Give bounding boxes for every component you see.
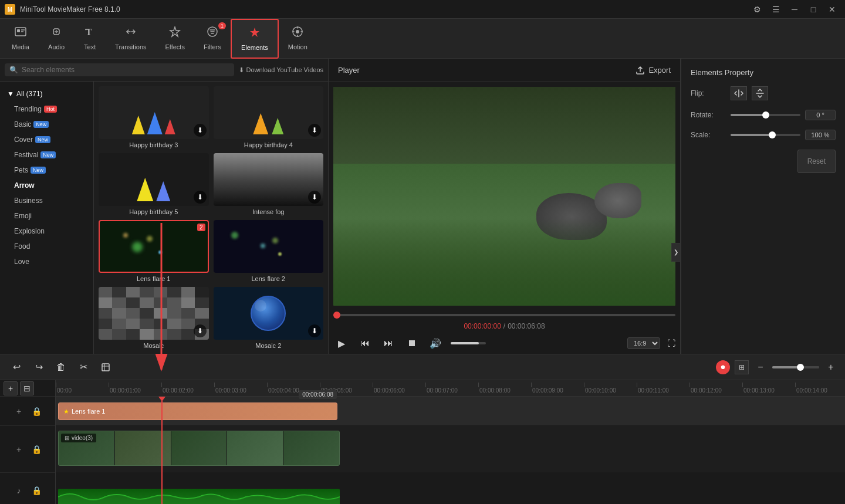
settings-btn[interactable]: ⚙	[749, 2, 765, 16]
toolbar-item-motion[interactable]: Motion	[279, 19, 317, 59]
sidebar-item-explosion[interactable]: Explosion	[0, 224, 93, 239]
download-youtube-btn[interactable]: ⬇ Download YouTube Videos	[239, 66, 324, 74]
element-card-lens-flare2[interactable]: Lens flare 2	[214, 220, 324, 282]
fullscreen-button[interactable]: ⛶	[667, 339, 675, 348]
export-button[interactable]: Export	[636, 66, 671, 75]
properties-panel: Elements Property Flip:	[681, 59, 845, 354]
download-icon-b5: ⬇	[194, 191, 207, 204]
ruler-mark-2: 00:00:02:00	[161, 387, 214, 394]
ruler-mark-11: 00:00:11:00	[637, 387, 689, 394]
element-card-happy-b5[interactable]: ⬇ Happy birthday 5	[99, 153, 209, 215]
download-icon-b4: ⬇	[308, 124, 321, 137]
volume-fill	[451, 342, 479, 344]
zoom-slider[interactable]	[772, 366, 819, 368]
toolbar-item-media[interactable]: Media	[2, 19, 39, 59]
flip-horizontal-button[interactable]	[731, 86, 747, 100]
search-input[interactable]	[22, 66, 229, 74]
flip-vertical-button[interactable]	[752, 86, 768, 100]
element-label-happy-b5: Happy birthday 5	[129, 208, 178, 215]
play-button[interactable]: ▶	[333, 335, 350, 351]
search-box[interactable]: 🔍	[5, 63, 234, 76]
category-sidebar: ▼ All (371) Trending Hot Basic New Cover…	[0, 82, 94, 354]
progress-bar[interactable]	[333, 314, 675, 316]
cut-button[interactable]: ✂	[74, 358, 93, 377]
toolbar-item-audio[interactable]: Audio	[39, 19, 74, 59]
zoom-in-button[interactable]: +	[824, 360, 838, 374]
category-all[interactable]: ▼ All (371)	[0, 86, 93, 102]
toolbar-item-effects[interactable]: Effects	[156, 19, 194, 59]
scale-control: 100 %	[731, 130, 836, 140]
trending-badge: Hot	[44, 106, 57, 113]
toolbar-item-text[interactable]: T Text	[74, 19, 106, 59]
svg-rect-13	[102, 364, 109, 371]
element-thumb-happy-b3: ⬇	[99, 86, 209, 139]
main-track-add-button[interactable]: +	[12, 442, 26, 456]
element-card-happy-b4[interactable]: ⬇ Happy birthday 4	[214, 86, 324, 148]
scale-slider[interactable]	[731, 134, 800, 136]
elements-label: Elements	[241, 44, 268, 51]
aspect-ratio-select[interactable]: 16:9 9:16 4:3 1:1	[627, 337, 660, 349]
ruler-marks: 00:00 00:00:01:00 00:00:02:00 00:00:03:0…	[56, 387, 845, 394]
time-separator: /	[503, 322, 505, 330]
basic-badge: New	[33, 121, 49, 128]
crop-button[interactable]	[96, 358, 115, 377]
delete-button[interactable]: 🗑	[52, 358, 70, 377]
element-track-add-button[interactable]: +	[12, 404, 26, 418]
element-clip-label: Lens flare 1	[72, 408, 105, 415]
minimize-btn[interactable]: ─	[786, 2, 803, 16]
sidebar-item-trending[interactable]: Trending Hot	[0, 102, 93, 117]
zoom-out-button[interactable]: −	[753, 360, 768, 374]
panel-collapse-button[interactable]: ❯	[671, 243, 681, 262]
media-label: Media	[12, 43, 29, 50]
volume-button[interactable]: 🔊	[427, 335, 444, 351]
sidebar-item-basic[interactable]: Basic New	[0, 117, 93, 132]
sidebar-item-arrow[interactable]: Arrow	[0, 178, 93, 193]
stop-button[interactable]: ⏹	[404, 335, 420, 351]
copy-track-button[interactable]: ⊟	[20, 381, 34, 395]
sidebar-item-food[interactable]: Food	[0, 239, 93, 254]
menu-btn[interactable]: ☰	[768, 2, 784, 16]
audio-icon	[50, 25, 63, 41]
sidebar-item-business[interactable]: Business	[0, 193, 93, 208]
sidebar-item-pets[interactable]: Pets New	[0, 163, 93, 178]
element-card-mosaic[interactable]: ⬇ Mosaic	[99, 287, 209, 349]
flip-control	[731, 86, 836, 100]
close-btn[interactable]: ✕	[824, 2, 840, 16]
arrow-label: Arrow	[14, 181, 35, 190]
motion-icon	[291, 25, 304, 41]
redo-button[interactable]: ↪	[29, 358, 48, 377]
forward-button[interactable]: ⏭	[380, 335, 397, 351]
main-track-lock-button[interactable]: 🔒	[29, 442, 43, 456]
text-label: Text	[84, 43, 96, 50]
reset-button[interactable]: Reset	[797, 150, 836, 173]
add-element-track-button[interactable]: +	[4, 381, 18, 395]
element-card-happy-b3[interactable]: ⬇ Happy birthday 3	[99, 86, 209, 148]
top-section: 🔍 ⬇ Download YouTube Videos ▼ All (371)	[0, 59, 845, 354]
sidebar-item-emoji[interactable]: Emoji	[0, 208, 93, 224]
element-card-intense-fog[interactable]: ⬇ Intense fog	[214, 153, 324, 215]
rotate-slider[interactable]	[731, 114, 800, 116]
element-clip-lens-flare1[interactable]: ★ Lens flare 1 00:00:06:08	[58, 402, 337, 420]
toolbar-item-elements[interactable]: Elements	[231, 19, 279, 59]
toolbar-item-filters[interactable]: Filters 1	[194, 19, 231, 59]
split-view-button[interactable]: ⊞	[735, 360, 749, 374]
properties-title: Elements Property	[691, 68, 836, 77]
maximize-btn[interactable]: □	[805, 2, 822, 16]
volume-slider[interactable]	[451, 342, 486, 344]
element-card-mosaic2[interactable]: ⬇ Mosaic 2	[214, 287, 324, 349]
element-track-lock-button[interactable]: 🔒	[29, 404, 43, 418]
video-clip[interactable]: ⊞ video(3)	[58, 431, 340, 466]
undo-button[interactable]: ↩	[7, 358, 26, 377]
sidebar-item-cover[interactable]: Cover New	[0, 132, 93, 147]
element-card-lens-flare1[interactable]: 2 Lens flare 1	[99, 220, 209, 282]
ruler-mark-8: 00:00:08:00	[478, 387, 531, 394]
rewind-button[interactable]: ⏮	[357, 335, 373, 351]
effects-label: Effects	[165, 43, 185, 50]
toolbar-item-transitions[interactable]: Transitions	[106, 19, 156, 59]
audio-track-lock-button[interactable]: 🔒	[29, 483, 43, 498]
player-progress[interactable]	[329, 310, 680, 320]
timeline-ruler: 00:00 00:00:01:00 00:00:02:00 00:00:03:0…	[56, 380, 845, 397]
record-button[interactable]: ⏺	[716, 360, 730, 374]
sidebar-item-festival[interactable]: Festival New	[0, 147, 93, 163]
sidebar-item-love[interactable]: Love	[0, 254, 93, 269]
